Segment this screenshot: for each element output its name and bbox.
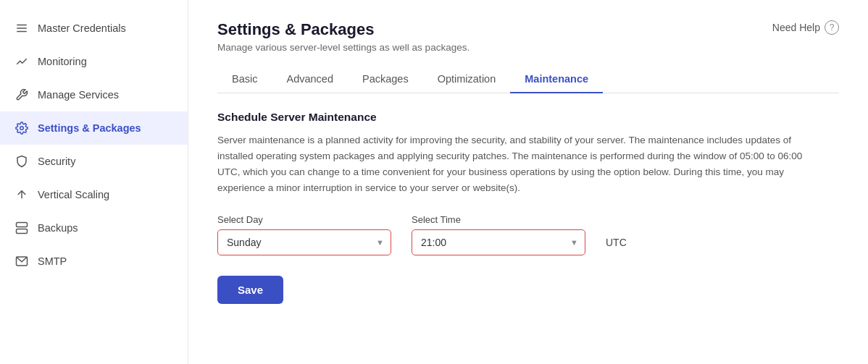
sidebar-item-smtp[interactable]: SMTP xyxy=(0,245,188,278)
sidebar-item-security[interactable]: Security xyxy=(0,145,188,178)
page-title: Settings & Packages xyxy=(217,20,470,39)
tab-basic[interactable]: Basic xyxy=(217,66,272,93)
save-button[interactable]: Save xyxy=(217,276,283,304)
menu-icon xyxy=(14,21,29,35)
select-day-wrapper: SundayMondayTuesdayWednesdayThursdayFrid… xyxy=(217,229,391,255)
svg-rect-5 xyxy=(17,223,28,227)
select-day-group: Select Day SundayMondayTuesdayWednesdayT… xyxy=(217,214,391,255)
tabs-bar: BasicAdvancedPackagesOptimizationMainten… xyxy=(217,66,839,93)
sidebar-item-settings-packages[interactable]: Settings & Packages xyxy=(0,111,188,145)
sidebar-item-label: SMTP xyxy=(38,255,67,267)
sidebar-item-label: Monitoring xyxy=(38,56,87,67)
help-circle-icon: ? xyxy=(825,20,839,35)
form-row: Select Day SundayMondayTuesdayWednesdayT… xyxy=(217,214,839,255)
maintenance-section: Schedule Server Maintenance Server maint… xyxy=(217,111,839,304)
svg-rect-6 xyxy=(17,229,28,234)
scaling-icon xyxy=(14,187,29,202)
sidebar-item-label: Backups xyxy=(38,222,78,234)
tab-optimization[interactable]: Optimization xyxy=(423,66,511,93)
sidebar-item-label: Master Credentials xyxy=(38,22,126,34)
sidebar-item-label: Manage Services xyxy=(38,89,119,101)
shield-icon xyxy=(14,154,29,169)
sidebar-item-master-credentials[interactable]: Master Credentials xyxy=(0,12,188,45)
backups-icon xyxy=(14,221,29,235)
sidebar: Master CredentialsMonitoringManage Servi… xyxy=(0,0,188,364)
sidebar-item-label: Vertical Scaling xyxy=(38,189,109,200)
sidebar-item-label: Security xyxy=(38,156,75,167)
sidebar-item-monitoring[interactable]: Monitoring xyxy=(0,45,188,78)
mail-icon xyxy=(14,254,29,268)
select-time-wrapper: 00:0001:0002:0003:0004:0005:0006:0007:00… xyxy=(412,229,585,255)
select-time-label: Select Time xyxy=(412,214,585,225)
sidebar-item-backups[interactable]: Backups xyxy=(0,211,188,245)
select-time-input[interactable]: 00:0001:0002:0003:0004:0005:0006:0007:00… xyxy=(412,229,585,255)
section-description: Server maintenance is a planned activity… xyxy=(217,132,826,197)
select-time-group: Select Time 00:0001:0002:0003:0004:0005:… xyxy=(412,214,585,255)
gear-icon xyxy=(14,121,29,135)
page-subtitle: Manage various server-level settings as … xyxy=(217,42,470,53)
select-day-label: Select Day xyxy=(217,214,391,225)
svg-point-3 xyxy=(20,127,24,130)
tab-advanced[interactable]: Advanced xyxy=(272,66,348,93)
main-content: Settings & Packages Manage various serve… xyxy=(188,0,868,364)
wrench-icon xyxy=(14,88,29,102)
chart-icon xyxy=(14,54,29,69)
sidebar-item-vertical-scaling[interactable]: Vertical Scaling xyxy=(0,178,188,211)
need-help-label: Need Help xyxy=(772,22,820,33)
select-day-input[interactable]: SundayMondayTuesdayWednesdayThursdayFrid… xyxy=(217,229,391,255)
page-header-left: Settings & Packages Manage various serve… xyxy=(217,20,470,53)
sidebar-item-label: Settings & Packages xyxy=(38,122,141,134)
tab-maintenance[interactable]: Maintenance xyxy=(510,66,603,93)
tab-packages[interactable]: Packages xyxy=(348,66,423,93)
section-title: Schedule Server Maintenance xyxy=(217,111,839,124)
sidebar-item-manage-services[interactable]: Manage Services xyxy=(0,78,188,111)
page-header: Settings & Packages Manage various serve… xyxy=(217,20,839,53)
utc-label: UTC xyxy=(606,237,627,255)
need-help-button[interactable]: Need Help ? xyxy=(772,20,839,35)
